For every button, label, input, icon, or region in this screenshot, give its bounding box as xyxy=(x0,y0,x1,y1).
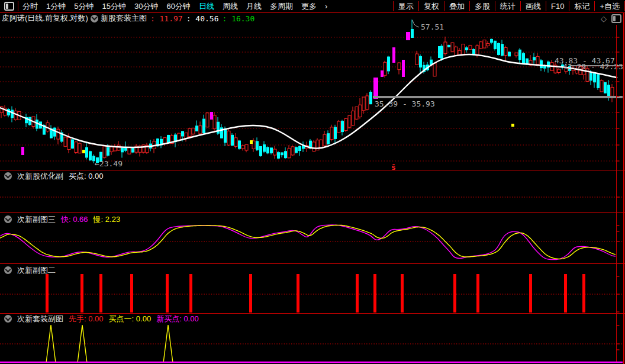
main-indicator-name[interactable]: 新股套装主图 xyxy=(101,13,147,24)
menu-item-daily[interactable]: 日线 xyxy=(195,1,218,12)
menu-item-f10[interactable]: F10 xyxy=(546,1,569,11)
menu-item-multi-period[interactable]: 多周期 xyxy=(266,1,297,12)
panel-field: 买点一: 0.00 xyxy=(109,314,152,324)
tool-menu: 显示 复权 叠加 多股 统计 画线 F10 标记 +自选 xyxy=(393,0,625,12)
title-bar: 皮阿诺(日线.前复权.对数) 新股套装主图 11.97 40.56 16.30 … xyxy=(0,13,625,24)
menu-item-display[interactable]: 显示 xyxy=(393,1,418,11)
panel-field: 快: 0.66 xyxy=(61,214,88,225)
panel-header-cixin-suite: 次新套装副图 先手: 0.00 买点一: 0.00 新买点: 0.00 xyxy=(2,314,199,323)
panel-name: 次新套装副图 xyxy=(17,314,63,324)
menu-item-monthly[interactable]: 月线 xyxy=(242,1,266,12)
panel-header-cixin-sub2: 次新副图二 xyxy=(2,266,56,275)
panel-name: 次新股优化副 xyxy=(17,171,63,182)
layout-panes-icon[interactable] xyxy=(4,2,14,11)
stock-title[interactable]: 皮阿诺(日线.前复权.对数) xyxy=(2,13,88,24)
menu-item-5min[interactable]: 5分钟 xyxy=(70,1,98,12)
svg-text:←23.49: ←23.49 xyxy=(95,159,123,168)
menu-item-weekly[interactable]: 周线 xyxy=(218,1,242,12)
menu-item-overlay[interactable]: 叠加 xyxy=(444,1,469,11)
menu-item-15min[interactable]: 15分钟 xyxy=(98,1,130,12)
collapse-chevron-icon[interactable] xyxy=(4,215,12,223)
panel-field: 先手: 0.00 xyxy=(69,314,104,324)
panel-header-cixin-optimized: 次新股优化副 买点: 0.00 xyxy=(2,172,104,181)
menu-item-add-watchlist[interactable]: +自选 xyxy=(594,1,625,11)
charts-canvas[interactable]: 57.5143.83 - 43.6742.29 - 42.2335.39 - 3… xyxy=(0,0,625,364)
menu-item-adjust-rights[interactable]: 复权 xyxy=(418,1,444,11)
period-menu: 分时 1分钟 5分钟 15分钟 30分钟 60分钟 日线 周线 月线 多周期 更… xyxy=(18,1,331,12)
indicator-value-2: 40.56 xyxy=(186,14,219,23)
menu-item-draw-line[interactable]: 画线 xyxy=(520,1,546,11)
split-window-icon[interactable] xyxy=(611,14,621,23)
menu-item-statistics[interactable]: 统计 xyxy=(495,1,520,11)
collapse-chevron-icon[interactable] xyxy=(4,172,12,180)
panel-name: 次新副图三 xyxy=(17,214,56,225)
top-menu-bar: 分时 1分钟 5分钟 15分钟 30分钟 60分钟 日线 周线 月线 多周期 更… xyxy=(0,0,625,13)
more-arrow-icon[interactable]: › xyxy=(321,2,331,11)
menu-item-mark[interactable]: 标记 xyxy=(569,1,594,11)
chevron-down-icon[interactable] xyxy=(91,15,98,22)
indicator-value-3: 16.30 xyxy=(222,14,254,23)
panel-field: 新买点: 0.00 xyxy=(156,314,199,324)
panel-field: 慢: 2.23 xyxy=(94,214,121,225)
menu-item-intraday[interactable]: 分时 xyxy=(18,1,42,12)
panel-header-cixin-sub3: 次新副图三 快: 0.66 慢: 2.23 xyxy=(2,215,120,224)
titlebar-icons: ◇ xyxy=(601,14,621,23)
diamond-icon[interactable]: ◇ xyxy=(601,14,607,23)
collapse-chevron-icon[interactable] xyxy=(4,315,12,323)
panel-name: 次新副图二 xyxy=(17,265,56,276)
menu-item-1min[interactable]: 1分钟 xyxy=(42,1,70,12)
menu-item-more[interactable]: 更多 xyxy=(297,1,321,12)
svg-text:35.39 - 35.93: 35.39 - 35.93 xyxy=(375,99,435,108)
menu-item-30min[interactable]: 30分钟 xyxy=(130,1,162,12)
menu-item-60min[interactable]: 60分钟 xyxy=(162,1,194,12)
svg-text:42.29 - 42.23: 42.29 - 42.23 xyxy=(563,62,623,71)
panel-field: 买点: 0.00 xyxy=(69,171,104,182)
trading-app-window: 分时 1分钟 5分钟 15分钟 30分钟 60分钟 日线 周线 月线 多周期 更… xyxy=(0,0,625,364)
svg-text:57.51: 57.51 xyxy=(421,22,444,31)
collapse-chevron-icon[interactable] xyxy=(4,266,12,274)
menu-item-multi-stock[interactable]: 多股 xyxy=(469,1,495,11)
indicator-value-1: 11.97 xyxy=(150,14,183,23)
